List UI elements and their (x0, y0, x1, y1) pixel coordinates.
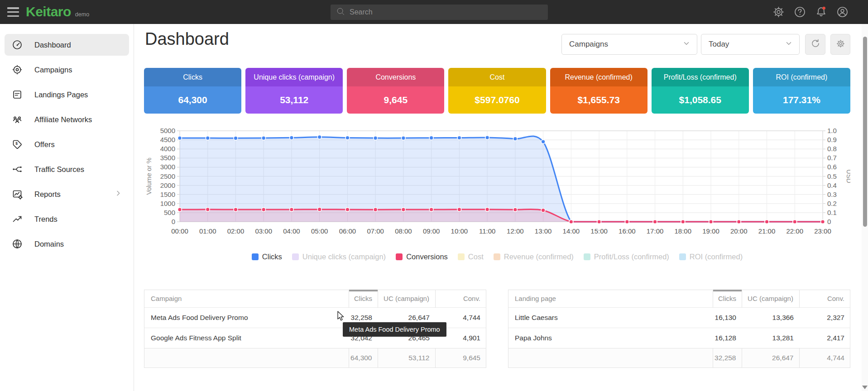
stat-card-clicks[interactable]: Clicks64,300 (144, 68, 241, 114)
stat-card-profit-loss-confirmed[interactable]: Profit/Loss (confirmed)$1,058.65 (652, 68, 749, 114)
row-name[interactable]: Google Ads Fitness App Split (144, 328, 349, 348)
scrollbar-down-arrow[interactable] (862, 386, 868, 389)
sidebar-item-domains[interactable]: Domains (5, 233, 129, 255)
stat-card-revenue-confirmed[interactable]: Revenue (confirmed)$1,655.73 (550, 68, 647, 114)
svg-text:0: 0 (827, 218, 831, 225)
row-name[interactable]: Meta Ads Food Delivery Promo (144, 307, 349, 328)
trends-icon (12, 214, 23, 224)
sidebar-item-reports[interactable]: Reports (5, 183, 129, 205)
svg-text:3500: 3500 (160, 154, 175, 162)
row-name[interactable]: Little Caesars (508, 307, 713, 328)
table-row[interactable]: Papa Johns16,12813,2812,417 (508, 328, 850, 348)
column-header-clicks[interactable]: Clicks (349, 290, 378, 307)
stat-card-label: Revenue (confirmed) (550, 68, 647, 86)
offers-icon: $ (12, 139, 23, 150)
menu-toggle-icon[interactable] (7, 7, 19, 17)
stat-card-label: Cost (448, 68, 546, 86)
column-header-name[interactable]: Landing page (508, 290, 713, 307)
column-header-uc-campaign[interactable]: UC (campaign) (742, 290, 799, 307)
stat-cards-row: Clicks64,300Unique clicks (campaign)53,1… (144, 68, 850, 114)
stat-card-label: Clicks (144, 68, 241, 86)
sidebar-item-landings-pages[interactable]: Landings Pages (5, 84, 129, 105)
total-value: 9,645 (435, 348, 486, 367)
legend-item-roi-confirmed[interactable]: ROI (confirmed) (679, 253, 743, 261)
totals-row: 32,25826,6474,744 (508, 348, 850, 367)
total-value: 32,258 (713, 348, 742, 367)
legend-item-clicks[interactable]: Clicks (252, 253, 282, 261)
legend-label: Revenue (confirmed) (504, 253, 574, 261)
chevron-right-icon (115, 190, 122, 199)
row-value: 13,366 (742, 307, 799, 328)
svg-text:4000: 4000 (160, 145, 175, 153)
legend-swatch (396, 253, 403, 260)
sidebar-item-offers[interactable]: $Offers (5, 134, 129, 155)
scrollbar-thumb[interactable] (863, 37, 867, 227)
svg-text:4500: 4500 (160, 136, 175, 143)
table-row[interactable]: Little Caesars16,13013,3662,327 (508, 307, 850, 328)
refresh-button[interactable] (805, 34, 825, 55)
date-range-select[interactable]: Today (701, 34, 800, 55)
sidebar-item-campaigns[interactable]: Campaigns (5, 59, 129, 81)
column-header-name[interactable]: Campaign (144, 290, 349, 307)
legend-swatch (584, 253, 590, 260)
entity-filter-select[interactable]: Campaigns (561, 34, 697, 55)
svg-text:11:00: 11:00 (479, 227, 495, 235)
svg-text:05:00: 05:00 (311, 227, 328, 235)
sidebar-item-traffic-sources[interactable]: Traffic Sources (5, 158, 129, 180)
settings-icon[interactable] (772, 6, 785, 18)
search-icon (336, 7, 345, 18)
svg-text:13:00: 13:00 (535, 227, 552, 235)
sidebar-item-label: Dashboard (34, 41, 71, 49)
column-header-conv[interactable]: Conv. (435, 290, 486, 307)
stat-card-conversions[interactable]: Conversions9,645 (347, 68, 444, 114)
sidebar-item-dashboard[interactable]: Dashboard (5, 34, 129, 56)
svg-text:0.3: 0.3 (827, 191, 837, 198)
legend-swatch (679, 253, 686, 260)
totals-row: 64,30053,1129,645 (144, 348, 486, 367)
svg-text:1000: 1000 (160, 200, 175, 207)
stat-card-unique-clicks-campaign[interactable]: Unique clicks (campaign)53,112 (245, 68, 343, 114)
stat-card-value: 9,645 (347, 86, 444, 114)
legend-item-cost[interactable]: Cost (458, 253, 484, 261)
global-search[interactable] (331, 5, 548, 20)
stat-card-label: Conversions (347, 68, 444, 86)
svg-text:19:00: 19:00 (702, 227, 719, 235)
column-header-uc-campaign[interactable]: UC (campaign) (378, 290, 435, 307)
svg-text:04:00: 04:00 (283, 227, 300, 235)
total-value: 4,744 (799, 348, 850, 367)
dashboard-settings-button[interactable] (830, 34, 850, 55)
svg-text:18:00: 18:00 (675, 227, 692, 235)
stat-card-roi-confirmed[interactable]: ROI (confirmed)177.31% (753, 68, 850, 114)
traffic-chart: 0500100015002000250030003500400045005000… (144, 122, 850, 250)
column-header-conv[interactable]: Conv. (799, 290, 850, 307)
legend-label: ROI (confirmed) (690, 253, 743, 261)
legend-item-profit-loss-confirmed[interactable]: Profit/Loss (confirmed) (584, 253, 669, 261)
svg-text:00:00: 00:00 (171, 227, 188, 235)
legend-item-revenue-confirmed[interactable]: Revenue (confirmed) (494, 253, 574, 261)
sidebar-item-affiliate-networks[interactable]: Affiliate Networks (5, 109, 129, 130)
svg-text:0.1: 0.1 (827, 209, 837, 216)
legend-label: Clicks (262, 253, 282, 261)
sidebar-item-label: Trends (34, 215, 58, 224)
series-area-conversions (180, 209, 823, 222)
legend-item-unique-clicks-campaign[interactable]: Unique clicks (campaign) (292, 253, 386, 261)
svg-text:16:00: 16:00 (619, 227, 636, 235)
search-input[interactable] (350, 8, 542, 16)
stat-card-cost[interactable]: Cost$597.0760 (448, 68, 546, 114)
column-header-clicks[interactable]: Clicks (713, 290, 742, 307)
environment-label: demo (75, 11, 89, 18)
traffic-sources-icon (12, 164, 23, 175)
row-name[interactable]: Papa Johns (508, 328, 713, 348)
total-value: 26,647 (742, 348, 799, 367)
legend-label: Conversions (406, 253, 448, 261)
stat-card-value: $1,655.73 (550, 86, 647, 114)
svg-text:0.9: 0.9 (827, 136, 837, 143)
account-icon[interactable] (836, 6, 849, 18)
svg-text:02:00: 02:00 (227, 227, 245, 235)
reports-icon (12, 189, 23, 200)
sidebar-item-trends[interactable]: Trends (5, 208, 129, 230)
legend-item-conversions[interactable]: Conversions (396, 253, 448, 261)
notifications-icon[interactable] (815, 6, 827, 18)
vertical-scrollbar[interactable] (862, 24, 868, 391)
help-icon[interactable] (794, 6, 806, 18)
